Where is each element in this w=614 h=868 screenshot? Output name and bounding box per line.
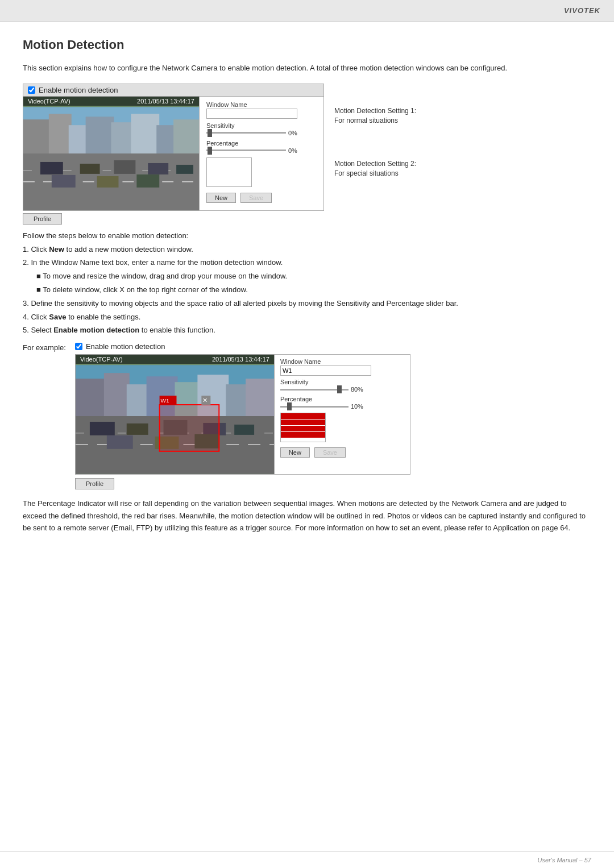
ex-sensitivity-group: Sensitivity 80% [280, 379, 371, 393]
sensitivity-label: Sensitivity [206, 122, 306, 129]
percentage-thumb[interactable] [208, 147, 212, 155]
steps-section: Follow the steps below to enable motion … [23, 230, 591, 337]
page: VIVOTEK Motion Detection This section ex… [0, 0, 614, 868]
profile-button-example[interactable]: Profile [75, 478, 114, 489]
new-button-example[interactable]: New [280, 447, 310, 458]
svg-rect-37 [107, 435, 133, 449]
svg-rect-33 [127, 423, 148, 435]
ex-sensitivity-thumb[interactable] [337, 385, 342, 393]
svg-rect-6 [131, 114, 159, 153]
list-row-3 [281, 426, 325, 431]
step-1-bold: New [49, 245, 64, 254]
example-row: For example: Enable motion detection [23, 342, 591, 489]
ui-panel-1: Enable motion detection Video(TCP-AV) 20… [23, 84, 324, 211]
video-area-example: Video(TCP-AV) 2011/05/13 13:44:17 [76, 355, 275, 474]
ex-percentage-group: Percentage 10% [280, 396, 371, 410]
percentage-label: Percentage [206, 140, 306, 147]
ex-percentage-label: Percentage [280, 396, 371, 402]
sensitivity-thumb[interactable] [208, 129, 212, 137]
svg-rect-14 [114, 160, 135, 174]
svg-text:W1: W1 [160, 397, 169, 404]
ui-panel-example: Video(TCP-AV) 2011/05/13 13:44:17 [75, 354, 410, 475]
save-button-1[interactable]: Save [240, 193, 272, 203]
svg-rect-27 [226, 384, 248, 416]
enable-motion-label: Enable motion detection [39, 86, 118, 94]
steps-intro: Follow the steps below to enable motion … [23, 230, 591, 242]
list-row-4 [281, 432, 325, 438]
svg-rect-36 [234, 425, 254, 435]
brand-label: VIVOTEK [564, 6, 600, 15]
list-box-example[interactable] [280, 413, 326, 442]
setting1-label: Motion Detection Setting 1: For normal s… [334, 106, 416, 126]
example-section: For example: Enable motion detection [23, 342, 591, 489]
footer-bar: User's Manual – 57 [0, 852, 614, 868]
svg-rect-32 [90, 422, 115, 435]
first-ui-wrapper: Enable motion detection Video(TCP-AV) 20… [23, 84, 591, 225]
example-enable-motion-checkbox[interactable] [75, 343, 82, 350]
svg-rect-21 [76, 379, 107, 416]
step-4: 4. Click Save to enable the settings. [23, 312, 591, 323]
footer-text: User's Manual – 57 [538, 857, 591, 863]
btn-row-example: New Save [280, 447, 371, 458]
settings-area-1: Window Name Sensitivity 0% [200, 97, 313, 210]
svg-rect-17 [52, 175, 76, 188]
window-name-input[interactable] [206, 109, 297, 119]
first-ui-left: Enable motion detection Video(TCP-AV) 20… [23, 84, 324, 225]
step-5-bold: Enable motion detection [53, 326, 139, 334]
svg-rect-2 [49, 114, 72, 153]
example-checkbox-row: Enable motion detection [75, 342, 410, 351]
step-2: 2. In the Window Name text box, enter a … [23, 257, 591, 269]
step-5: 5. Select Enable motion detection to ena… [23, 325, 591, 337]
ex-window-name-group: Window Name [280, 358, 371, 376]
profile-button-1[interactable]: Profile [23, 213, 62, 225]
svg-rect-1 [23, 119, 52, 153]
ex-window-name-label: Window Name [280, 358, 371, 365]
ex-sensitivity-value: 80% [351, 386, 367, 393]
save-button-example[interactable]: Save [314, 447, 346, 458]
list-box-1[interactable] [206, 157, 252, 187]
step-2-bullet-1: ■ To move and resize the window, drag an… [23, 271, 591, 283]
sensitivity-group: Sensitivity 0% [206, 122, 306, 136]
btn-row-1: New Save [206, 193, 306, 203]
window-name-group: Window Name [206, 101, 306, 119]
profile-btn-row-1: Profile [23, 213, 324, 225]
list-row-1 [281, 413, 325, 419]
percentage-value: 0% [288, 147, 304, 154]
sensitivity-slider-row: 0% [206, 130, 306, 136]
svg-rect-28 [246, 379, 274, 416]
header-bar: VIVOTEK [0, 0, 614, 22]
ex-percentage-thumb[interactable] [287, 402, 292, 410]
checkbox-bar: Enable motion detection [23, 84, 323, 97]
ex-window-name-input[interactable] [280, 366, 371, 376]
ex-percentage-track [280, 406, 349, 408]
page-title: Motion Detection [23, 38, 591, 52]
svg-rect-3 [69, 125, 89, 153]
svg-rect-40 [159, 405, 219, 451]
step-4-bold: Save [49, 313, 66, 321]
ex-percentage-value: 10% [351, 403, 367, 410]
enable-motion-checkbox[interactable] [28, 86, 35, 94]
list-row-2 [281, 420, 325, 425]
sensitivity-value: 0% [288, 130, 304, 136]
svg-rect-12 [40, 162, 63, 175]
video-area-1: Video(TCP-AV) 2011/05/13 13:44:17 [23, 97, 200, 210]
window-name-label: Window Name [206, 101, 306, 108]
new-button-1[interactable]: New [206, 193, 236, 203]
example-label: For example: [23, 343, 66, 352]
svg-rect-18 [97, 176, 119, 188]
percentage-slider-row: 0% [206, 147, 306, 154]
step-3: 3. Define the sensitivity to moving obje… [23, 298, 591, 310]
svg-rect-22 [104, 373, 130, 416]
road-scene-svg [23, 97, 199, 210]
example-enable-motion-label: Enable motion detection [86, 342, 165, 351]
profile-btn-row-example: Profile [75, 478, 410, 489]
svg-rect-19 [136, 175, 159, 188]
svg-rect-13 [80, 164, 100, 174]
road-scene-svg-example: W1 ✕ [76, 355, 274, 474]
ex-percentage-slider-row: 10% [280, 403, 371, 410]
ex-sensitivity-label: Sensitivity [280, 379, 371, 385]
panel-body: Video(TCP-AV) 2011/05/13 13:44:17 [23, 97, 323, 210]
example-content: Enable motion detection Video(TCP-AV) 20… [75, 342, 410, 489]
ex-sensitivity-track [280, 389, 349, 391]
svg-rect-7 [156, 125, 176, 153]
